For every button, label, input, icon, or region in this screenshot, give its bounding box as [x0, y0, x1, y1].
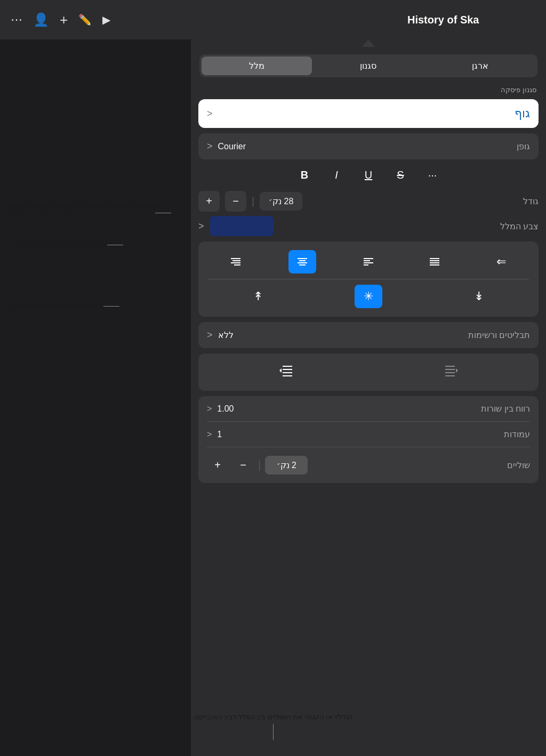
lists-chevron: <	[207, 329, 213, 341]
annotation-line-spacing: שנה/י את המרווח בין שורות מלל.	[11, 301, 108, 311]
top-bar: ⋯ 👤 + ✏️ ▶ History of Ska	[0, 0, 546, 39]
valign-middle-button[interactable]: ✳	[355, 285, 382, 308]
alignment-section: ⇐ ↟ ✳ ↡	[198, 242, 539, 317]
vertical-align-row: ↟ ✳ ↡	[203, 283, 534, 310]
svg-marker-25	[456, 368, 458, 373]
play-icon[interactable]: ▶	[102, 13, 110, 26]
add-collaborator-icon[interactable]: 👤	[33, 12, 49, 27]
align-justify-button[interactable]	[421, 250, 448, 274]
size-label: גודל	[308, 196, 539, 206]
margins-plus-button[interactable]: +	[207, 455, 228, 476]
panel-notch	[362, 39, 375, 47]
properties-section: רווח בין שורות 1.00 < עמודות 1 < שוליים …	[198, 396, 539, 483]
svg-marker-20	[279, 368, 282, 373]
annotation-align-h: יישר/י מלל לאחד הצדדים או לשניהם בצורה א…	[5, 202, 159, 213]
font-label: גופן	[517, 141, 530, 151]
tab-style[interactable]: סגנון	[313, 57, 423, 75]
annotation-align-v: יישר/י מלל באופן אנכי באובייקט.	[16, 239, 111, 250]
annotation-line-spacing-text: שנה/י את המרווח בין שורות מלל.	[11, 301, 108, 311]
row-spacing-label: רווח בין שורות	[239, 404, 530, 414]
align-left-button[interactable]	[355, 250, 382, 274]
size-plus-button[interactable]: +	[198, 191, 220, 212]
annotation-align-v-line	[107, 245, 123, 245]
align-center-button[interactable]	[288, 250, 316, 274]
align-rtl-button[interactable]: ⇐	[487, 250, 515, 274]
horizontal-align-row: ⇐	[203, 248, 534, 276]
line-spacing-decrease-button[interactable]	[272, 361, 300, 383]
size-value: 28 נק׳	[260, 192, 302, 211]
margins-label: שוליים	[312, 460, 530, 470]
color-row[interactable]: צבע המלל <	[198, 216, 539, 236]
section-label: סגנון פיסקה	[191, 83, 546, 96]
align-right-button[interactable]	[222, 250, 250, 274]
row-spacing-value: 1.00	[217, 404, 234, 414]
font-search-chevron: <	[207, 108, 213, 119]
valign-bottom-button[interactable]: ↡	[465, 285, 493, 308]
lists-label: תבליטים ורשימות	[468, 330, 530, 340]
strikethrough-button[interactable]: S	[392, 169, 409, 181]
margins-row: שוליים 2 נק׳ | − +	[207, 447, 530, 483]
more-icon[interactable]: ⋯	[11, 13, 22, 27]
italic-button[interactable]: I	[328, 169, 345, 181]
tab-arrange[interactable]: ארגן	[425, 57, 535, 75]
font-chevron: <	[207, 141, 213, 152]
margins-value: 2 נק׳	[265, 456, 308, 474]
color-chevron: <	[198, 221, 204, 232]
annotation-align-h-line	[155, 213, 171, 213]
annotation-line-spacing-line	[103, 306, 119, 307]
more-format-button[interactable]: ···	[424, 169, 441, 181]
font-category-row[interactable]: גופן Courier <	[198, 133, 539, 159]
annotation-align-v-text: יישר/י מלל באופן אנכי באובייקט.	[16, 239, 111, 250]
lists-row[interactable]: תבליטים ורשימות ללא <	[198, 322, 539, 348]
format-buttons-row: B I U S ···	[199, 164, 537, 187]
columns-row[interactable]: עמודות 1 <	[207, 422, 530, 447]
line-spacing-section	[198, 353, 539, 391]
add-icon[interactable]: +	[60, 12, 68, 28]
font-search-row[interactable]: גוף <	[198, 99, 539, 128]
title-area: History of Ska	[397, 0, 546, 39]
color-label: צבע המלל	[279, 221, 539, 231]
document-title: History of Ska	[407, 14, 479, 26]
annotation-align-h-text: יישר/י מלל לאחד הצדדים או לשניהם בצורה א…	[5, 202, 159, 213]
line-spacing-increase-button[interactable]	[438, 361, 465, 383]
format-panel: מלל סגנון ארגן סגנון פיסקה גוף < גופן Co…	[191, 39, 546, 756]
font-search-value: גוף	[218, 107, 530, 120]
color-swatch[interactable]	[210, 216, 274, 236]
annotation-margins-text: הגדל/י או הקטן/י את השוליים בין המלל לבי…	[193, 713, 354, 721]
tab-text[interactable]: מלל	[202, 57, 312, 75]
size-minus-button[interactable]: −	[225, 191, 246, 212]
columns-label: עמודות	[227, 429, 530, 439]
bold-button[interactable]: B	[296, 169, 313, 181]
row-spacing-row[interactable]: רווח בין שורות 1.00 <	[207, 396, 530, 422]
margins-minus-button[interactable]: −	[232, 455, 254, 476]
columns-chevron: <	[207, 430, 212, 439]
columns-value: 1	[217, 430, 222, 439]
size-row: גודל 28 נק׳ | − +	[198, 191, 539, 212]
annotation-margins-arrow	[273, 724, 274, 740]
lists-value: ללא	[218, 330, 463, 340]
font-value: Courier	[218, 142, 511, 151]
pin-icon[interactable]: ✏️	[78, 13, 92, 26]
valign-top-button[interactable]: ↟	[244, 285, 272, 308]
underline-button[interactable]: U	[360, 169, 377, 181]
annotation-margins: הגדל/י או הקטן/י את השוליים בין המלל לבי…	[107, 712, 439, 741]
stepper-divider: |	[252, 195, 254, 207]
align-divider	[208, 279, 529, 279]
row-spacing-chevron: <	[207, 404, 212, 414]
tab-bar: מלל סגנון ארגן	[199, 54, 537, 77]
